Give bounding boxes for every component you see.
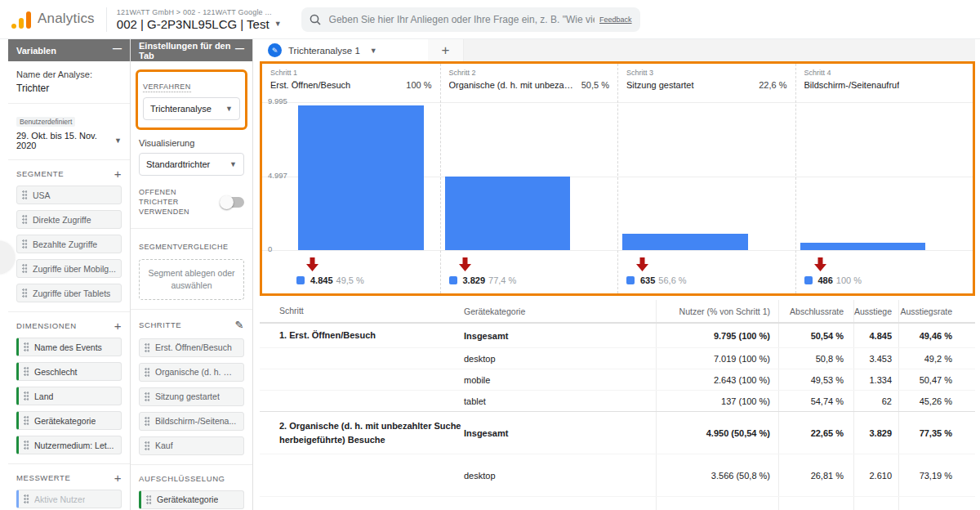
value-cell: 4.845 [853, 324, 898, 347]
drag-handle-icon[interactable] [145, 343, 150, 352]
device-cell: Insgesamt [464, 412, 656, 454]
segment-chip[interactable]: Direkte Zugriffe [16, 210, 122, 229]
technique-select[interactable]: Trichteranalyse ▼ [143, 97, 240, 120]
metric-chip[interactable]: Aktive Nutzer [16, 490, 122, 508]
table-row[interactable]: desktop7.019 (100 %)50,8 %3.45349,2 % [260, 347, 975, 369]
column-header[interactable]: Gerätekategorie [464, 300, 656, 322]
step-chip-label: Bildschirm-/Seitena... [155, 416, 236, 426]
funnel-bar[interactable] [800, 243, 926, 250]
dimensions-list: Name des EventsGeschlechtLandGerätekateg… [16, 338, 122, 454]
add-segment-button[interactable]: + [114, 170, 122, 178]
funnel-columns: Schritt 1Erst. Öffnen/Besuch100 %4.84549… [262, 64, 973, 293]
funnel-bar[interactable] [622, 234, 748, 250]
column-header[interactable]: Nutzer (% von Schritt 1) [656, 300, 778, 322]
table-row[interactable]: mobile1.309 (49,53 %)11,84 %1.15488,16 % [260, 496, 975, 510]
step-chip[interactable]: Erst. Öffnen/Besuch [139, 338, 244, 357]
table-row[interactable]: mobile2.643 (100 %)49,53 %1.33450,47 % [260, 369, 975, 390]
step-cell [260, 391, 464, 411]
divider [131, 228, 252, 229]
minimize-settings-button[interactable]: — [235, 43, 244, 57]
add-tab-button[interactable]: + [428, 39, 464, 61]
drag-handle-icon[interactable] [24, 416, 29, 425]
left-gutter [0, 39, 8, 510]
dimension-chip[interactable]: Geschlecht [16, 362, 122, 381]
analysis-name-value[interactable]: Trichter [16, 83, 122, 94]
dimensions-label: DIMENSIONEN [16, 321, 77, 330]
breadcrumb: 121WATT GmbH > 002 - 121WATT Google ... [117, 8, 282, 16]
drag-handle-icon[interactable] [24, 494, 29, 503]
step-chip[interactable]: Bildschirm-/Seitena... [139, 412, 244, 431]
step-chip[interactable]: Organische (d. h. mi... [139, 363, 244, 382]
date-range-selector[interactable]: 29. Okt. bis 15. Nov. 2020 ▼ [16, 131, 122, 150]
segment-chip-label: USA [33, 190, 51, 200]
property-selector[interactable]: 121WATT GmbH > 002 - 121WATT Google ... … [117, 8, 282, 31]
top-bar: Analytics 121WATT GmbH > 002 - 121WATT G… [0, 0, 980, 39]
breakdown-list: Gerätekategorie [139, 490, 244, 509]
dimension-chip-label: Gerätekategorie [34, 416, 96, 426]
drag-handle-icon[interactable] [22, 239, 28, 248]
segments-label: SEGMENTE [16, 169, 64, 178]
search-bar[interactable]: Geben Sie hier Ihr Anliegen oder Ihre Fr… [301, 7, 640, 32]
value-cell: 1.309 (49,53 %) [656, 497, 778, 510]
minimize-variables-button[interactable]: — [113, 43, 122, 57]
segment-chip[interactable]: Zugriffe über Tablets [16, 284, 122, 302]
tab-trichteranalyse-1[interactable]: ✎ Trichteranalyse 1 ▼ [260, 39, 428, 61]
dimension-chip[interactable]: Nutzermedium: Let... [16, 436, 122, 454]
y-axis-tick: 0 [268, 244, 296, 253]
add-dimension-button[interactable]: + [114, 322, 122, 330]
drag-handle-icon[interactable] [24, 342, 29, 351]
step-completion-rate: 100 % [406, 80, 431, 90]
segment-chip[interactable]: Bezahlte Zugriffe [16, 235, 122, 253]
visualization-select[interactable]: Standardtrichter ▼ [139, 153, 244, 176]
legend-square-icon [449, 276, 457, 284]
search-input[interactable]: Geben Sie hier Ihr Anliegen oder Ihre Fr… [329, 14, 595, 25]
drag-handle-icon[interactable] [146, 495, 152, 504]
segments-list: USADirekte ZugriffeBezahlte ZugriffeZugr… [16, 186, 122, 302]
variables-panel: Variablen — Name der Analyse: Trichter B… [8, 39, 131, 510]
segment-chip[interactable]: Zugriffe über Mobilg... [16, 259, 122, 278]
open-funnel-toggle[interactable] [221, 197, 244, 208]
step-number-label: Schritt 2 [449, 69, 610, 77]
drag-handle-icon[interactable] [145, 417, 150, 426]
value-cell: 4.950 (50,54 %) [656, 412, 778, 454]
column-header[interactable]: Abschlussrate [778, 300, 853, 322]
segment-chip[interactable]: USA [16, 186, 122, 204]
step-chip[interactable]: Sitzung gestartet [139, 387, 244, 406]
drag-handle-icon[interactable] [145, 392, 150, 401]
column-header[interactable]: Ausstiege [853, 300, 898, 322]
step-chip[interactable]: Kauf [139, 436, 244, 455]
open-funnel-label: OFFENEN TRICHTER VERWENDEN [139, 187, 211, 217]
segment-drop-zone[interactable]: Segment ablegen oder auswählen [139, 259, 244, 299]
add-metric-button[interactable]: + [114, 474, 122, 482]
technique-highlight-box: VERFAHREN Trichteranalyse ▼ [136, 69, 247, 130]
drag-handle-icon[interactable] [22, 289, 28, 298]
drag-handle-icon[interactable] [24, 391, 29, 400]
dimension-chip[interactable]: Gerätekategorie [16, 411, 122, 430]
drag-handle-icon[interactable] [24, 367, 29, 376]
drag-handle-icon[interactable] [22, 264, 28, 273]
column-header[interactable]: Ausstiegsrate [898, 300, 975, 322]
table-row[interactable]: 1. Erst. Öffnen/BesuchInsgesamt9.795 (10… [260, 323, 975, 347]
feedback-link[interactable]: Feedback [599, 16, 632, 24]
column-header[interactable]: Schritt [260, 300, 464, 322]
table-row[interactable]: tablet137 (100 %)54,74 %6245,26 % [260, 390, 975, 411]
value-cell: 88,16 % [898, 497, 975, 510]
drag-handle-icon[interactable] [24, 441, 29, 450]
step-name: Bildschirm-/Seitenaufruf [804, 80, 900, 90]
device-cell: desktop [464, 348, 656, 369]
drag-handle-icon[interactable] [22, 190, 28, 199]
table-row[interactable]: 2. Organische (d. h. mit unbezahlter Suc… [260, 411, 975, 454]
dimension-chip[interactable]: Land [16, 387, 122, 405]
table-row[interactable]: desktop3.566 (50,8 %)26,81 %2.61073,19 % [260, 454, 975, 496]
drag-handle-icon[interactable] [145, 441, 150, 450]
drag-handle-icon[interactable] [145, 368, 150, 377]
step-cell [260, 348, 464, 369]
drag-handle-icon[interactable] [22, 215, 28, 224]
value-cell: 2.643 (100 %) [656, 369, 778, 390]
breakdown-chip[interactable]: Gerätekategorie [139, 490, 244, 509]
funnel-bar[interactable] [445, 177, 571, 250]
edit-steps-icon[interactable]: ✎ [235, 319, 245, 331]
dimension-chip[interactable]: Name des Events [16, 338, 122, 356]
funnel-bar[interactable] [298, 105, 424, 250]
step-cell [260, 454, 464, 496]
